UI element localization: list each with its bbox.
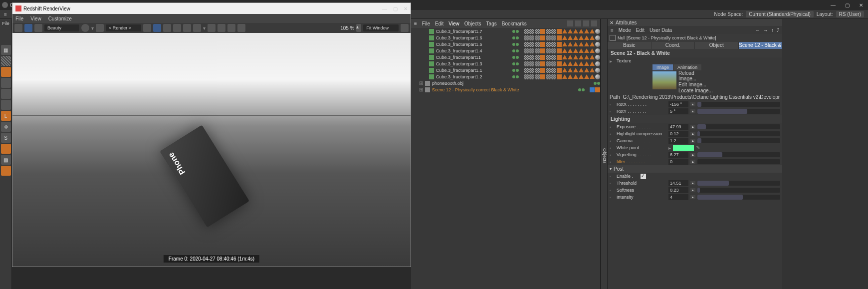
param-anim-icon[interactable]: ◦ xyxy=(610,138,615,144)
host-max[interactable]: ▢ xyxy=(842,2,852,8)
side-tab-objects[interactable]: Objects xyxy=(601,19,608,289)
rv-render-dropdown[interactable]: < Render > xyxy=(106,24,141,31)
rv-refresh-icon[interactable] xyxy=(34,24,42,32)
filter-icon[interactable] xyxy=(575,20,581,26)
tab-object[interactable]: Object xyxy=(695,42,739,49)
rv-sun-icon[interactable] xyxy=(183,24,191,32)
rv-menu-customize[interactable]: Customize xyxy=(48,16,72,21)
param-value[interactable]: 0 xyxy=(668,159,688,165)
rv-pass-dropdown[interactable]: Beauty xyxy=(44,24,79,31)
obj-menu-icon[interactable]: ≡ xyxy=(414,21,417,26)
param-value[interactable]: 5 ° xyxy=(668,108,688,114)
rv-menu-view[interactable]: View xyxy=(30,16,41,21)
attr-menu-icon[interactable]: ≡ xyxy=(611,27,614,33)
tool-cube[interactable]: ▦ xyxy=(1,45,11,55)
nav-back-icon[interactable]: ← xyxy=(755,27,760,33)
rv-max-button[interactable]: ▢ xyxy=(393,6,398,11)
obj-menu-view[interactable]: View xyxy=(448,21,459,26)
tree-item-phonebooth[interactable]: ⊞phoneBooth.obj xyxy=(411,80,600,86)
attr-menu-mode[interactable]: Mode xyxy=(619,27,631,33)
nav-func-icon[interactable]: ⤴ xyxy=(777,27,779,33)
render-viewport[interactable]: Frame 0: 2020-04-27 08:40:46 (1m:4s) xyxy=(12,33,411,267)
obj-menu-tags[interactable]: Tags xyxy=(486,21,497,26)
rv-snow-icon[interactable] xyxy=(173,24,181,32)
host-menu-icon[interactable]: ≡ xyxy=(4,11,7,17)
rv-undo-icon[interactable] xyxy=(14,24,22,32)
rv-grid3-icon[interactable] xyxy=(163,24,171,32)
tool-grid-orange[interactable] xyxy=(1,67,11,77)
left-menu-file[interactable]: File xyxy=(0,21,11,26)
spinner-icon[interactable]: ▴ xyxy=(690,139,695,143)
tool-6[interactable] xyxy=(1,100,11,110)
expand-icon[interactable]: ⊞ xyxy=(419,87,423,92)
spinner-icon[interactable]: ▴ xyxy=(690,132,695,136)
param-value[interactable]: -156 ° xyxy=(668,101,688,107)
tree-item[interactable]: Cube.3_fracturepart1.4 xyxy=(411,47,600,54)
param-anim-icon[interactable]: ◦ xyxy=(610,102,615,107)
spinner-icon[interactable]: ▴ xyxy=(690,102,695,106)
param-anim-icon[interactable]: ◦ xyxy=(610,145,615,151)
tree-item[interactable]: Cube.3_fracturepart1.7 xyxy=(411,28,600,34)
param-slider[interactable] xyxy=(697,152,780,157)
tool-checker[interactable] xyxy=(1,56,11,66)
texture-expand-icon[interactable]: ▸ xyxy=(610,58,615,64)
param-slider[interactable] xyxy=(697,102,780,107)
tree-item[interactable]: Cube.3_fracturepart1.6 xyxy=(411,34,600,41)
attr-close-icon[interactable]: ✕ xyxy=(610,20,614,25)
param-anim-icon[interactable]: ◦ xyxy=(610,109,615,114)
param-value[interactable]: 6.27 xyxy=(668,152,688,158)
tab-coord[interactable]: Coord. xyxy=(651,42,695,49)
eyedropper-icon[interactable]: ✎ xyxy=(696,145,702,151)
nav-fwd-icon[interactable]: → xyxy=(763,27,768,33)
param-anim-icon[interactable]: ◦ xyxy=(610,174,615,179)
rv-pin-icon[interactable] xyxy=(24,24,32,32)
param-value[interactable]: 4 xyxy=(668,194,688,200)
rv-close-button[interactable]: ✕ xyxy=(404,6,408,11)
tool-5[interactable] xyxy=(1,89,11,99)
subtab-animation[interactable]: Animation xyxy=(673,64,701,70)
param-slider[interactable] xyxy=(697,109,780,114)
spinner-icon[interactable]: ▴ xyxy=(690,181,695,185)
tool-mesh[interactable]: ▩ xyxy=(1,155,11,165)
param-value[interactable]: 1.2 xyxy=(668,138,688,144)
rv-gear-icon[interactable] xyxy=(401,24,409,32)
tool-orange3[interactable] xyxy=(1,166,11,176)
obj-menu-bookmarks[interactable]: Bookmarks xyxy=(502,21,527,26)
tree-item[interactable]: Cube.3_fracturepart11 xyxy=(411,54,600,60)
param-slider[interactable] xyxy=(697,181,780,186)
search-icon[interactable] xyxy=(567,20,573,26)
tab-scene12[interactable]: Scene 12 - Black & White xyxy=(739,42,783,49)
tool-orange2[interactable] xyxy=(1,144,11,154)
object-tree[interactable]: Cube.3_fracturepart1.7Cube.3_fracturepar… xyxy=(411,28,600,289)
tree-item[interactable]: Cube.3_fracturepart1.1 xyxy=(411,67,600,73)
spinner-icon[interactable]: ▴ xyxy=(690,195,695,199)
node-space-dropdown[interactable]: Current (Standard/Physical) xyxy=(746,11,813,17)
tree-item-scene[interactable]: ⊞Scene 12 - Physically correct Black & W… xyxy=(411,86,600,93)
param-slider[interactable] xyxy=(697,131,780,136)
rv-min-button[interactable]: — xyxy=(382,6,387,11)
host-min[interactable]: — xyxy=(828,2,838,8)
param-anim-icon[interactable]: ◦ xyxy=(610,188,615,193)
rv-grid1-icon[interactable] xyxy=(143,24,151,32)
param-slider[interactable] xyxy=(697,124,780,129)
tab-basic[interactable]: Basic xyxy=(608,42,651,49)
post-header[interactable]: ▾Post xyxy=(608,165,782,173)
param-value[interactable]: 14.51 xyxy=(668,180,688,186)
attr-menu-edit[interactable]: Edit xyxy=(636,27,645,33)
rv-lock-icon[interactable] xyxy=(96,24,104,32)
obj-menu-file[interactable]: File xyxy=(422,21,430,26)
param-value[interactable]: 0.23 xyxy=(668,187,688,193)
rv-circle-icon[interactable] xyxy=(81,24,89,32)
spinner-icon[interactable]: ▴ xyxy=(690,109,695,113)
rv-rect2-icon[interactable] xyxy=(217,24,225,32)
attr-menu-userdata[interactable]: User Data xyxy=(650,27,672,33)
rv-fit-dropdown[interactable]: Fit Window xyxy=(363,24,399,31)
param-anim-icon[interactable]: ◦ xyxy=(610,124,615,130)
param-anim-icon[interactable]: ◦ xyxy=(610,131,615,137)
param-anim-icon[interactable]: ◦ xyxy=(610,152,615,158)
rv-ring-icon[interactable] xyxy=(193,24,201,32)
rv-menu-file[interactable]: File xyxy=(15,16,23,21)
rv-grid2-icon[interactable] xyxy=(153,24,161,32)
spinner-icon[interactable]: ▴ xyxy=(690,160,695,164)
tool-move[interactable]: ✥ xyxy=(1,122,11,132)
